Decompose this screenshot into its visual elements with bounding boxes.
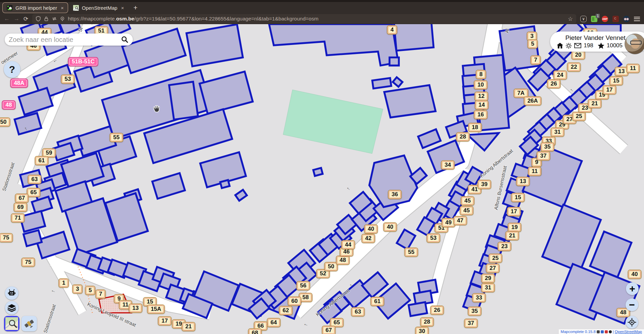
house-number-label[interactable]: 75 bbox=[21, 258, 35, 267]
house-number-label[interactable]: 33 bbox=[472, 293, 486, 302]
house-number-label[interactable]: 40 bbox=[628, 270, 642, 279]
house-number-label[interactable]: 13 bbox=[516, 177, 530, 186]
tab-openstreetmap[interactable]: OpenStreetMap × bbox=[69, 3, 128, 13]
house-number-label[interactable]: 39 bbox=[478, 180, 491, 189]
house-number-label[interactable]: 11 bbox=[528, 167, 541, 176]
house-number-label[interactable]: 27 bbox=[486, 264, 500, 273]
house-number-label[interactable]: 34 bbox=[441, 160, 455, 170]
house-number-label[interactable]: 29 bbox=[481, 274, 495, 283]
house-number-label[interactable]: 17 bbox=[507, 207, 521, 216]
house-number-label[interactable]: 18 bbox=[468, 123, 482, 132]
house-number-label-selected[interactable]: 48 bbox=[2, 100, 16, 110]
locate-me-button[interactable] bbox=[626, 316, 638, 329]
extension-mask-icon[interactable] bbox=[623, 16, 630, 22]
house-number-label[interactable]: 62 bbox=[279, 306, 293, 315]
house-number-label[interactable]: 71 bbox=[11, 213, 25, 223]
house-number-label[interactable]: 15 bbox=[511, 193, 525, 202]
house-number-label[interactable]: 63 bbox=[351, 307, 365, 317]
house-number-label[interactable]: 53 bbox=[427, 233, 440, 243]
pocket-icon[interactable]: ∨ bbox=[580, 16, 587, 22]
new-tab-button[interactable]: + bbox=[129, 3, 142, 13]
house-number-label[interactable]: 37 bbox=[537, 151, 550, 161]
house-number-label[interactable]: 45 bbox=[461, 196, 475, 206]
house-number-label[interactable]: 1 bbox=[58, 278, 69, 288]
house-number-label[interactable]: 21 bbox=[588, 99, 602, 108]
house-number-label[interactable]: 37 bbox=[464, 319, 478, 328]
home-icon[interactable] bbox=[557, 43, 563, 49]
house-number-label[interactable]: 20 bbox=[572, 50, 585, 60]
attribution-flag-icon[interactable] bbox=[597, 330, 600, 333]
extension-green-icon[interactable]: 1 bbox=[591, 16, 597, 22]
house-number-label[interactable]: 26A bbox=[524, 96, 541, 106]
shield-icon[interactable] bbox=[36, 16, 41, 21]
house-number-label[interactable]: 68 bbox=[248, 328, 262, 334]
tab-close-icon[interactable]: × bbox=[61, 5, 64, 11]
house-number-label[interactable]: 47 bbox=[453, 216, 467, 225]
attribution-close-icon[interactable] bbox=[605, 330, 608, 333]
house-number-label[interactable]: 63 bbox=[28, 175, 42, 184]
help-button[interactable]: ? bbox=[4, 61, 20, 78]
house-number-label[interactable]: 61 bbox=[371, 297, 384, 306]
zoom-in-button[interactable]: + bbox=[626, 282, 639, 295]
house-number-label[interactable]: 42 bbox=[362, 234, 375, 243]
house-number-label[interactable]: 30 bbox=[415, 327, 429, 334]
house-number-label[interactable]: 26 bbox=[430, 305, 444, 315]
house-number-label[interactable]: 21 bbox=[505, 231, 519, 240]
house-number-label[interactable]: 26 bbox=[547, 79, 561, 89]
house-number-label[interactable]: 40 bbox=[364, 224, 378, 234]
layers-button[interactable] bbox=[5, 301, 18, 315]
house-number-label[interactable]: 28 bbox=[420, 317, 434, 327]
messages-icon[interactable] bbox=[574, 43, 581, 48]
house-number-label-selected[interactable]: 48A bbox=[10, 78, 28, 88]
house-number-label[interactable]: 75 bbox=[0, 233, 13, 242]
house-number-label[interactable]: 55 bbox=[110, 133, 123, 142]
house-number-label[interactable]: 69 bbox=[14, 203, 28, 212]
tab-close-icon[interactable]: × bbox=[121, 5, 124, 11]
house-number-label[interactable]: 12 bbox=[475, 92, 488, 101]
location-pin-icon[interactable] bbox=[60, 16, 65, 21]
adblock-icon[interactable]: ABP bbox=[602, 16, 608, 22]
house-number-label[interactable]: 14 bbox=[475, 100, 489, 110]
house-number-label[interactable]: 21 bbox=[182, 322, 196, 331]
menu-icon[interactable] bbox=[634, 17, 640, 21]
house-number-label[interactable]: 45 bbox=[460, 206, 474, 215]
house-number-label[interactable]: 67 bbox=[322, 326, 336, 334]
house-number-label[interactable]: 8 bbox=[476, 70, 486, 79]
attribution-pencil-icon[interactable] bbox=[601, 330, 604, 333]
map-canvas[interactable]: 4451465355505961636567697175751357911131… bbox=[0, 24, 644, 334]
house-number-label[interactable]: 17 bbox=[158, 316, 172, 326]
house-number-label[interactable]: 3 bbox=[72, 284, 83, 294]
robot-assistant-button[interactable] bbox=[5, 286, 18, 300]
search-icon[interactable] bbox=[121, 36, 129, 44]
address-bar[interactable]: https://mapcomplete.osm.be/grb?z=19&lat=… bbox=[32, 14, 576, 23]
house-number-label[interactable]: 15 bbox=[609, 76, 623, 86]
house-number-label[interactable]: 5 bbox=[527, 39, 538, 49]
forward-icon[interactable]: → bbox=[14, 15, 19, 22]
house-number-label[interactable]: 56 bbox=[297, 281, 310, 290]
house-number-label[interactable]: 23 bbox=[498, 242, 512, 251]
reload-icon[interactable]: ⟳ bbox=[23, 15, 28, 22]
house-number-label[interactable]: 40 bbox=[383, 222, 397, 232]
house-number-label[interactable]: 13 bbox=[129, 303, 143, 313]
back-icon[interactable]: ← bbox=[4, 15, 10, 22]
attribution-info-icon[interactable] bbox=[609, 330, 612, 333]
house-number-label[interactable]: 7 bbox=[95, 289, 106, 299]
house-number-label-selected[interactable]: 51B-51C bbox=[68, 57, 98, 66]
house-number-label[interactable]: 24 bbox=[553, 70, 567, 80]
house-number-label[interactable]: 60 bbox=[288, 296, 302, 306]
house-number-label[interactable]: 55 bbox=[405, 247, 418, 257]
house-number-label[interactable]: 35 bbox=[468, 307, 482, 316]
house-number-label[interactable]: 61 bbox=[35, 156, 49, 165]
lock-icon[interactable] bbox=[44, 16, 49, 21]
user-panel[interactable]: Pieter Vander Vennet 198 bbox=[550, 32, 644, 52]
house-number-label[interactable]: 31 bbox=[481, 283, 495, 292]
house-number-label[interactable]: 36 bbox=[388, 190, 402, 199]
zoom-out-button[interactable]: − bbox=[626, 298, 638, 311]
house-number-label[interactable]: 16 bbox=[474, 110, 488, 119]
house-number-label[interactable]: 53 bbox=[61, 74, 75, 84]
search-box[interactable]: Zoek naar een locatie bbox=[5, 34, 133, 46]
background-osm-button[interactable] bbox=[4, 316, 19, 331]
house-number-label[interactable]: 22 bbox=[567, 62, 581, 72]
house-number-label[interactable]: 35 bbox=[541, 142, 554, 152]
house-number-label[interactable]: 17 bbox=[603, 85, 616, 95]
